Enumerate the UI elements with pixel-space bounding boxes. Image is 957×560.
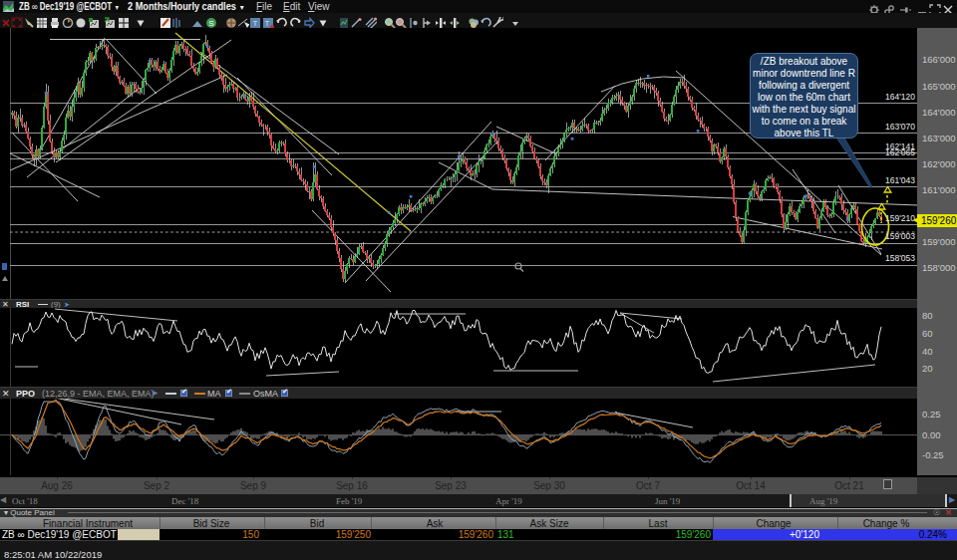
svg-text:T: T	[265, 19, 270, 28]
svg-text:S: S	[208, 19, 213, 28]
svg-text:T: T	[253, 19, 258, 28]
